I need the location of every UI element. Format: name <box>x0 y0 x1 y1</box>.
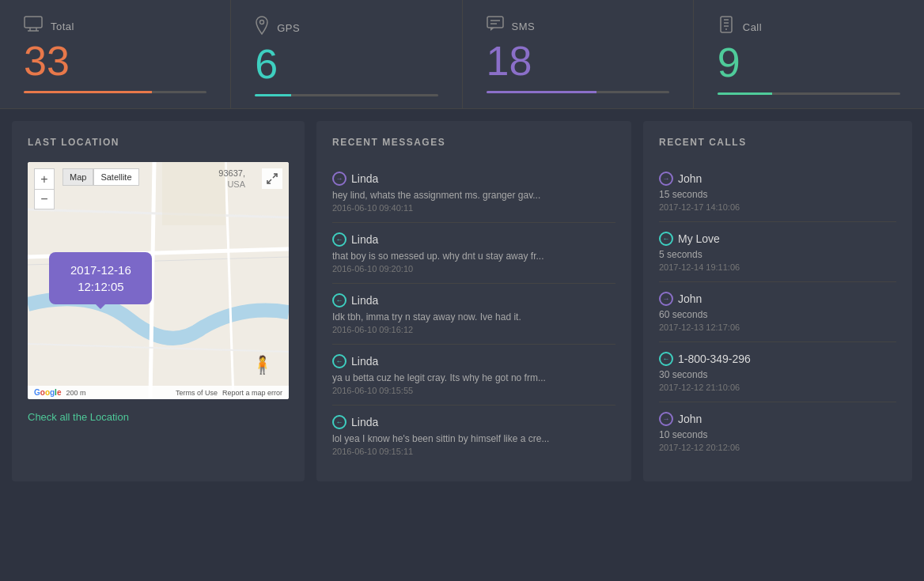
call-contact-row: ← 1-800-349-296 <box>659 352 896 366</box>
call-contact-row: → John <box>659 292 896 306</box>
location-icon <box>255 16 269 40</box>
stat-gps: GPS 6 <box>231 0 462 108</box>
map-zoom-in-button[interactable]: + <box>34 168 55 189</box>
stat-total: Total 33 <box>0 0 231 108</box>
call-duration: 5 seconds <box>659 249 896 260</box>
call-time: 2017-12-12 21:10:06 <box>659 383 896 392</box>
stat-sms: SMS 18 <box>463 0 694 108</box>
stat-call: Call 9 <box>694 0 924 108</box>
call-duration: 30 seconds <box>659 369 896 380</box>
stats-bar: Total 33 GPS 6 <box>0 0 924 109</box>
map-popup-time: 12:12:05 <box>63 280 138 293</box>
call-item: ← 1-800-349-296 30 seconds 2017-12-12 21… <box>659 342 896 402</box>
message-sender-row: → Linda <box>332 172 615 186</box>
sms-bar <box>487 91 669 93</box>
map-overlay-text: 93637, <box>218 168 245 178</box>
map-zoom-controls: + − <box>34 168 55 209</box>
total-label: Total <box>51 21 74 32</box>
call-duration: 15 seconds <box>659 189 896 200</box>
map-background: 93637, USA + − Map Satellite <box>28 162 289 399</box>
call-direction-icon: → <box>659 412 673 426</box>
message-sender-name: Linda <box>351 172 378 185</box>
message-time: 2016-06-10 09:15:11 <box>332 447 615 456</box>
last-location-panel: LAST LOCATION <box>12 121 305 481</box>
call-item: → John 60 seconds 2017-12-13 12:17:06 <box>659 282 896 342</box>
google-logo: Google <box>34 388 61 397</box>
call-icon <box>718 16 735 38</box>
total-value: 33 <box>24 40 206 81</box>
call-direction-icon: → <box>659 172 673 186</box>
message-sender-name: Linda <box>351 233 378 246</box>
map-report: Report a map error <box>222 389 282 397</box>
main-content: LAST LOCATION <box>0 109 924 493</box>
svg-rect-8 <box>721 17 732 32</box>
map-usa-label: USA <box>227 179 245 189</box>
message-sender-row: ← Linda <box>332 415 615 429</box>
message-item: ← Linda Idk tbh, imma try n stay away no… <box>332 284 615 345</box>
message-text: that boy is so messed up. why dnt u stay… <box>332 251 615 262</box>
map-container: 93637, USA + − Map Satellite <box>28 162 289 399</box>
map-type-map-button[interactable]: Map <box>62 168 93 186</box>
map-type-controls: Map Satellite <box>62 168 139 186</box>
call-direction-icon: ← <box>659 232 673 246</box>
message-time: 2016-06-10 09:20:10 <box>332 264 615 274</box>
message-item: ← Linda lol yea I know he's been sittin … <box>332 406 615 466</box>
call-time: 2017-12-13 12:17:06 <box>659 323 896 332</box>
messages-list: → Linda hey lind, whats the assignment m… <box>332 162 615 466</box>
call-bar <box>718 92 900 95</box>
message-sender-name: Linda <box>351 416 378 428</box>
recent-messages-panel: RECENT MESSAGES → Linda hey lind, whats … <box>316 121 631 481</box>
contact-direction-icon: ← <box>332 415 346 429</box>
call-value: 9 <box>718 42 900 83</box>
map-scale: 200 m <box>66 389 85 397</box>
message-text: hey lind, whats the assignment ms. grang… <box>332 190 615 201</box>
message-time: 2016-06-10 09:15:55 <box>332 386 615 395</box>
recent-messages-title: RECENT MESSAGES <box>332 137 615 148</box>
call-time: 2017-12-14 19:11:06 <box>659 262 896 272</box>
message-text: lol yea I know he's been sittin by himse… <box>332 433 615 444</box>
message-sender-row: ← Linda <box>332 354 615 368</box>
message-text: ya u betta cuz he legit cray. Its why he… <box>332 372 615 383</box>
map-type-satellite-button[interactable]: Satellite <box>93 168 138 186</box>
recent-calls-title: RECENT CALLS <box>659 137 896 148</box>
svg-rect-0 <box>25 17 42 28</box>
call-item: → John 15 seconds 2017-12-17 14:10:06 <box>659 162 896 222</box>
call-duration: 10 seconds <box>659 429 896 440</box>
map-terms: Terms of Use <box>176 389 218 397</box>
message-item: ← Linda ya u betta cuz he legit cray. It… <box>332 345 615 406</box>
contact-direction-icon: ← <box>332 354 346 368</box>
map-popup: 2017-12-16 12:12:05 <box>49 252 152 304</box>
check-location-link[interactable]: Check all the Location <box>28 411 129 423</box>
call-contact-name: John <box>678 413 702 425</box>
message-sender-name: Linda <box>351 355 378 368</box>
message-sender-row: ← Linda <box>332 293 615 307</box>
sms-value: 18 <box>487 40 669 81</box>
map-expand-button[interactable] <box>262 168 282 189</box>
call-contact-name: John <box>678 172 702 185</box>
monitor-icon <box>24 16 43 36</box>
call-label: Call <box>743 21 762 33</box>
message-time: 2016-06-10 09:16:12 <box>332 325 615 334</box>
contact-direction-icon: ← <box>332 293 346 307</box>
call-contact-row: → John <box>659 172 896 186</box>
call-time: 2017-12-12 20:12:06 <box>659 443 896 452</box>
gps-bar <box>255 94 437 96</box>
call-item: ← My Love 5 seconds 2017-12-14 19:11:06 <box>659 222 896 282</box>
message-text: Idk tbh, imma try n stay away now. Ive h… <box>332 311 615 323</box>
sms-label: SMS <box>512 21 536 32</box>
map-person-icon: 🧍 <box>252 355 273 375</box>
gps-label: GPS <box>277 22 300 34</box>
call-contact-name: My Love <box>678 232 720 245</box>
recent-calls-panel: RECENT CALLS → John 15 seconds 2017-12-1… <box>643 121 912 481</box>
gps-value: 6 <box>255 43 437 85</box>
map-zoom-out-button[interactable]: − <box>34 189 55 209</box>
map-popup-date: 2017-12-16 <box>63 263 138 277</box>
call-duration: 60 seconds <box>659 309 896 320</box>
message-sender-name: Linda <box>351 294 378 307</box>
last-location-title: LAST LOCATION <box>28 137 289 148</box>
message-sender-row: ← Linda <box>332 232 615 247</box>
svg-rect-5 <box>487 17 503 28</box>
call-contact-name: John <box>678 292 702 305</box>
contact-direction-icon: → <box>332 172 346 186</box>
svg-point-4 <box>260 21 264 25</box>
